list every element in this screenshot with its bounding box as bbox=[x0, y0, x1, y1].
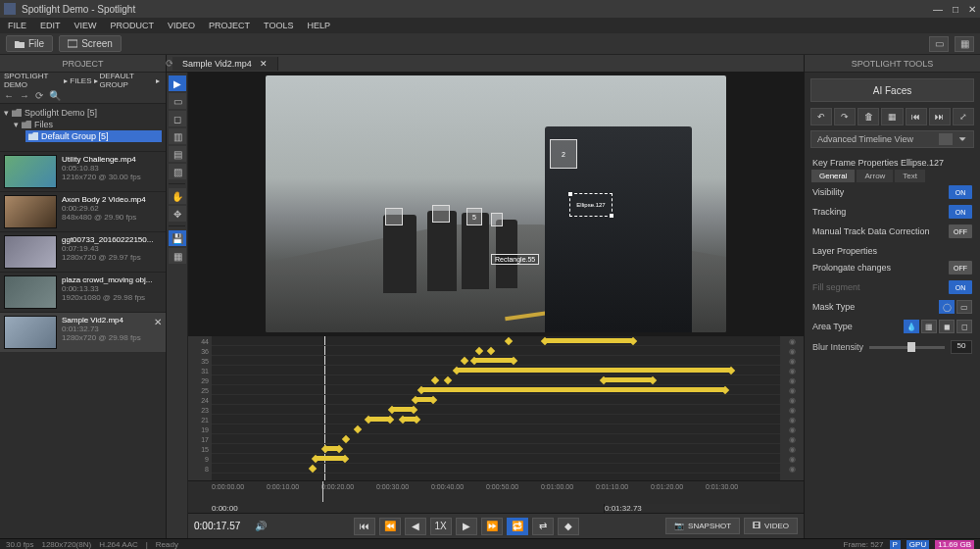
media-item[interactable]: plaza crowd_moving obj...0:00:13.331920x… bbox=[0, 272, 166, 312]
crosshair-tool-icon[interactable]: ✥ bbox=[169, 206, 186, 222]
flag-icon[interactable] bbox=[939, 133, 953, 145]
mute-icon[interactable]: 🔊 bbox=[255, 521, 267, 531]
mask-rect-icon[interactable]: ▭ bbox=[956, 300, 972, 314]
eye-icon[interactable]: ◉ bbox=[780, 444, 804, 454]
step-back-icon[interactable]: ◀ bbox=[405, 518, 426, 535]
layout-icon[interactable]: ▦ bbox=[955, 36, 974, 52]
time-ruler[interactable]: 0:00:00.00 0:00:10.00 0:00:20.00 0:00:30… bbox=[188, 480, 804, 502]
eye-icon[interactable]: ◉ bbox=[780, 346, 804, 356]
tracking-toggle[interactable]: ON bbox=[949, 205, 972, 219]
hand-tool-icon[interactable]: ✋ bbox=[169, 188, 186, 204]
menu-edit[interactable]: EDIT bbox=[40, 21, 61, 30]
eye-icon[interactable]: ◉ bbox=[780, 464, 804, 474]
eye-icon[interactable]: ◉ bbox=[780, 405, 804, 415]
snapshot-button[interactable]: 📷 SNAPSHOT bbox=[665, 518, 740, 534]
close-icon[interactable]: ✕ bbox=[154, 317, 162, 327]
speed-button[interactable]: 1X bbox=[430, 518, 452, 535]
grid-tool-icon[interactable]: ▦ bbox=[169, 248, 186, 264]
media-item[interactable]: Utility Challenge.mp40:05:10.831216x720 … bbox=[0, 151, 166, 191]
monitor-icon[interactable]: ▭ bbox=[929, 36, 949, 52]
minimize-button[interactable]: — bbox=[933, 4, 943, 15]
tab-close-icon[interactable]: ✕ bbox=[260, 59, 268, 69]
menu-help[interactable]: HELP bbox=[307, 21, 330, 30]
ai-faces-button[interactable]: AI Faces bbox=[810, 78, 974, 102]
eye-icon[interactable]: ◉ bbox=[780, 336, 804, 346]
prolongate-toggle[interactable]: OFF bbox=[949, 261, 972, 274]
shuffle-icon[interactable]: ⇄ bbox=[532, 518, 554, 535]
eye-icon[interactable]: ◉ bbox=[780, 454, 804, 464]
eye-icon[interactable]: ◉ bbox=[780, 434, 804, 444]
mask-ellipse-icon[interactable]: ◯ bbox=[939, 300, 955, 314]
redo-icon[interactable]: ↷ bbox=[834, 108, 856, 125]
media-item-selected[interactable]: Sample Vid2.mp40:01:32.731280x720 @ 29.9… bbox=[0, 312, 166, 352]
play-icon[interactable]: ▶ bbox=[456, 518, 477, 535]
nav-fwd-icon[interactable]: → bbox=[20, 90, 29, 101]
tab-arrow[interactable]: Arrow bbox=[857, 170, 893, 182]
prev-kf-icon[interactable]: ⏮ bbox=[906, 108, 927, 125]
media-item[interactable]: Axon Body 2 Video.mp40:00:29.62848x480 @… bbox=[0, 191, 166, 231]
eye-icon[interactable]: ◉ bbox=[780, 375, 804, 385]
tree-root[interactable]: ▾Spotlight Demo [5] bbox=[4, 107, 162, 119]
manual-track-toggle[interactable]: OFF bbox=[949, 225, 972, 238]
file-button[interactable]: File bbox=[6, 35, 53, 52]
tree-default-group[interactable]: Default Group [5] bbox=[25, 130, 162, 142]
face-box[interactable] bbox=[491, 213, 503, 226]
menu-video[interactable]: VIDEO bbox=[168, 21, 195, 30]
maximize-button[interactable]: □ bbox=[953, 4, 958, 15]
nav-search-icon[interactable]: 🔍 bbox=[49, 90, 61, 101]
area-pixelate-icon[interactable]: ▦ bbox=[921, 320, 937, 333]
tree-files[interactable]: ▾Files bbox=[14, 119, 162, 130]
blur-value[interactable]: 50 bbox=[951, 340, 972, 354]
undo-icon[interactable]: ↶ bbox=[810, 108, 832, 125]
visibility-toggle[interactable]: ON bbox=[949, 185, 972, 199]
face-box[interactable]: 2 bbox=[550, 139, 577, 169]
tab-general[interactable]: General bbox=[811, 170, 855, 182]
video-viewer[interactable]: 5 2 Ellipse.127 Rectangle.55 bbox=[188, 73, 804, 335]
nav-back-icon[interactable]: ← bbox=[4, 90, 14, 101]
square-tool-icon[interactable]: ◻ bbox=[169, 111, 186, 126]
area-outline-icon[interactable]: ◻ bbox=[956, 320, 972, 333]
fill-toggle[interactable]: ON bbox=[949, 280, 972, 294]
skip-start-icon[interactable]: ⏮ bbox=[354, 518, 375, 535]
playhead-icon[interactable] bbox=[322, 481, 323, 502]
menu-tools[interactable]: TOOLS bbox=[264, 21, 293, 30]
area-blur-icon[interactable]: 💧 bbox=[904, 320, 919, 333]
collapse-icon[interactable]: ⏷ bbox=[958, 134, 967, 144]
eye-icon[interactable]: ◉ bbox=[780, 424, 804, 434]
eye-icon[interactable]: ◉ bbox=[780, 415, 804, 424]
face-box[interactable] bbox=[385, 208, 403, 225]
eye-icon[interactable]: ◉ bbox=[780, 395, 804, 405]
expand-icon[interactable]: ⤢ bbox=[953, 108, 974, 125]
next-kf-icon[interactable]: ⏭ bbox=[929, 108, 951, 125]
nav-refresh-icon[interactable]: ⟳ bbox=[35, 90, 43, 101]
screen-button[interactable]: Screen bbox=[59, 35, 122, 52]
media-item[interactable]: ggt00733_20160222150...0:07:19.431280x72… bbox=[0, 231, 166, 272]
close-button[interactable]: ✕ bbox=[968, 4, 976, 15]
loop-icon[interactable]: 🔁 bbox=[507, 518, 528, 535]
marker-icon[interactable]: ◆ bbox=[558, 518, 579, 535]
trash-icon[interactable]: 🗑 bbox=[858, 108, 879, 125]
menu-file[interactable]: FILE bbox=[8, 21, 26, 30]
pointer-tool-icon[interactable]: ▶ bbox=[169, 75, 186, 91]
tab-active[interactable]: Sample Vid2.mp4✕ bbox=[172, 57, 278, 71]
advanced-timeline-toggle[interactable]: Advanced Timeline View⏷ bbox=[810, 130, 974, 148]
eye-icon[interactable]: ◉ bbox=[780, 356, 804, 366]
menu-product[interactable]: PRODUCT bbox=[111, 21, 155, 30]
grid-icon[interactable]: ▦ bbox=[881, 108, 903, 125]
tab-text[interactable]: Text bbox=[895, 170, 925, 182]
vbar-tool-icon[interactable]: ▥ bbox=[169, 128, 186, 144]
menu-view[interactable]: VIEW bbox=[74, 21, 97, 30]
video-export-button[interactable]: 🎞 VIDEO bbox=[744, 518, 798, 534]
area-solid-icon[interactable]: ◼ bbox=[939, 320, 955, 333]
breadcrumb[interactable]: SPOTLIGHT DEMO▸ FILES▸ DEFAULT GROUP▸ bbox=[0, 73, 166, 88]
prev-frame-icon[interactable]: ⏪ bbox=[379, 518, 401, 535]
step-fwd-icon[interactable]: ⏩ bbox=[481, 518, 503, 535]
track-body[interactable] bbox=[212, 336, 780, 480]
menu-project[interactable]: PROJECT bbox=[209, 21, 250, 30]
eye-icon[interactable]: ◉ bbox=[780, 366, 804, 375]
blur-slider[interactable] bbox=[869, 346, 945, 349]
diag-tool-icon[interactable]: ▨ bbox=[169, 164, 186, 179]
rectangle-label[interactable]: Rectangle.55 bbox=[491, 254, 539, 265]
save-tool-icon[interactable]: 💾 bbox=[169, 230, 186, 246]
eye-icon[interactable]: ◉ bbox=[780, 385, 804, 395]
